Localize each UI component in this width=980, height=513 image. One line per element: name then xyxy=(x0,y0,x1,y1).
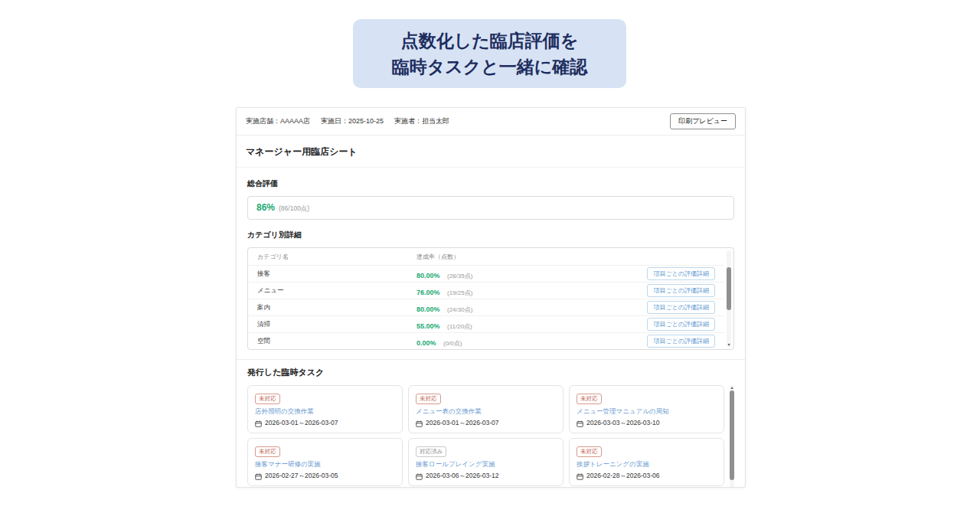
task-card[interactable]: 未対応 挨拶トレーニングの実施 2026-02-28～2026-03-06 xyxy=(569,438,724,486)
meta-date: 実施日：2025-10-25 xyxy=(321,116,384,126)
category-points: (24/30点) xyxy=(447,306,472,313)
calendar-icon xyxy=(577,420,583,427)
item-evaluation-detail-button[interactable]: 項目ごとの評価詳細 xyxy=(647,284,715,297)
tasks-area: 未対応 店外照明の交換作業 2026-03-01～2026-03-07 未対応 … xyxy=(247,385,734,488)
category-rate: 0.00% xyxy=(416,339,436,347)
category-row: 清掃 55.00% (11/20点) 項目ごとの評価詳細 xyxy=(248,315,724,332)
task-card[interactable]: 未対応 メニュー管理マニュアルの周知 2026-03-03～2026-03-10 xyxy=(569,385,724,433)
overall-percent: 86% xyxy=(256,202,275,213)
task-period-text: 2026-03-01～2026-03-07 xyxy=(265,419,338,428)
task-title-link[interactable]: メニュー表の交換作業 xyxy=(416,407,556,417)
calendar-icon xyxy=(255,473,262,480)
task-period-text: 2026-03-03～2026-03-10 xyxy=(586,419,659,428)
category-scrollbar[interactable]: ▾ xyxy=(727,250,731,347)
callout-line-2: 臨時タスクと一緒に確認 xyxy=(392,54,588,80)
calendar-icon xyxy=(577,473,583,480)
category-name: 空間 xyxy=(257,337,416,346)
print-preview-button[interactable]: 印刷プレビュー xyxy=(670,113,736,129)
calendar-icon xyxy=(416,420,423,427)
task-period: 2026-03-03～2026-03-10 xyxy=(577,419,717,428)
task-period-text: 2026-03-06～2026-03-12 xyxy=(426,472,498,481)
tasks-grid: 未対応 店外照明の交換作業 2026-03-01～2026-03-07 未対応 … xyxy=(247,385,724,488)
category-rate-cell: 0.00% (0/0点) xyxy=(416,335,647,348)
scrollbar-thumb[interactable] xyxy=(727,267,731,310)
category-table-header: カテゴリ名 達成率（点数） xyxy=(248,248,724,265)
meta-person: 実施者：担当太郎 xyxy=(394,116,449,126)
category-name: 清掃 xyxy=(257,320,416,329)
category-detail-section: カテゴリ別詳細 カテゴリ名 達成率（点数） 接客 80.00% (28/35点)… xyxy=(237,220,745,350)
task-title-link[interactable]: 接客マナー研修の実施 xyxy=(255,460,395,469)
task-period: 2026-03-06～2026-03-12 xyxy=(416,472,556,481)
sheet-meta-header: 実施店舗：AAAAA店 実施日：2025-10-25 実施者：担当太郎 印刷プレ… xyxy=(237,108,745,136)
task-card[interactable]: 未対応 接客マナー研修の実施 2026-02-27～2026-03-05 xyxy=(247,438,403,486)
category-rate: 80.00% xyxy=(416,306,440,313)
chevron-down-icon[interactable]: ▾ xyxy=(727,342,731,347)
item-evaluation-detail-button[interactable]: 項目ごとの評価詳細 xyxy=(647,267,715,280)
overall-score-box: 86% (86/100点) xyxy=(247,196,734,220)
page: 点数化した臨店評価を 臨時タスクと一緒に確認 実施店舗：AAAAA店 実施日：2… xyxy=(0,0,980,513)
tasks-heading: 発行した臨時タスク xyxy=(247,367,734,378)
item-evaluation-detail-button[interactable]: 項目ごとの評価詳細 xyxy=(647,301,715,314)
category-name: 接客 xyxy=(257,270,416,279)
category-rate-cell: 55.00% (11/20点) xyxy=(416,318,647,332)
task-status-badge: 未対応 xyxy=(416,394,441,405)
column-category-name: カテゴリ名 xyxy=(257,253,416,261)
category-points: (19/25点) xyxy=(447,289,472,296)
category-points: (0/0点) xyxy=(443,340,462,347)
sheet-meta: 実施店舗：AAAAA店 実施日：2025-10-25 実施者：担当太郎 xyxy=(246,116,449,126)
item-evaluation-detail-button[interactable]: 項目ごとの評価詳細 xyxy=(647,318,715,331)
task-period-text: 2026-02-27～2026-03-05 xyxy=(265,472,338,481)
category-rate-cell: 80.00% (28/35点) xyxy=(416,267,647,281)
category-rate-cell: 76.00% (19/25点) xyxy=(416,284,647,298)
category-points: (11/20点) xyxy=(447,323,472,330)
categories-heading: カテゴリ別詳細 xyxy=(247,230,734,240)
task-period: 2026-03-01～2026-03-07 xyxy=(255,419,395,428)
callout-line-1: 点数化した臨店評価を xyxy=(401,28,579,54)
task-status-badge: 対応済み xyxy=(416,446,446,458)
overall-points: (86/100点) xyxy=(279,204,309,214)
calendar-icon xyxy=(416,473,423,480)
category-rows: 接客 80.00% (28/35点) 項目ごとの評価詳細 メニュー 76.00%… xyxy=(248,265,724,349)
temporary-tasks-section: 発行した臨時タスク 未対応 店外照明の交換作業 2026-03-01～2026-… xyxy=(237,359,745,488)
category-row: 案内 80.00% (24/30点) 項目ごとの評価詳細 xyxy=(248,299,724,315)
task-title-link[interactable]: メニュー管理マニュアルの周知 xyxy=(577,407,717,417)
overall-heading: 総合評価 xyxy=(247,178,734,189)
task-period: 2026-03-01～2026-03-07 xyxy=(416,419,556,428)
category-name: メニュー xyxy=(257,286,416,296)
sheet-title: マネージャー用臨店シート xyxy=(237,136,745,168)
category-rate: 76.00% xyxy=(416,289,440,296)
column-achievement-rate: 達成率（点数） xyxy=(416,253,715,261)
visit-sheet-panel: 実施店舗：AAAAA店 実施日：2025-10-25 実施者：担当太郎 印刷プレ… xyxy=(236,107,746,488)
task-period: 2026-02-27～2026-03-05 xyxy=(255,472,395,481)
task-status-badge: 未対応 xyxy=(255,446,280,458)
category-row: 接客 80.00% (28/35点) 項目ごとの評価詳細 xyxy=(248,265,724,282)
task-title-link[interactable]: 挨拶トレーニングの実施 xyxy=(577,460,717,469)
scrollbar-thumb[interactable] xyxy=(730,390,734,480)
task-title-link[interactable]: 店外照明の交換作業 xyxy=(255,407,395,417)
task-card[interactable]: 対応済み 接客ロールプレイング実施 2026-03-06～2026-03-12 xyxy=(408,438,564,486)
category-row: 空間 0.00% (0/0点) 項目ごとの評価詳細 xyxy=(248,332,724,349)
category-rate-cell: 80.00% (24/30点) xyxy=(416,301,647,315)
task-status-badge: 未対応 xyxy=(255,394,280,405)
calendar-icon xyxy=(255,420,262,427)
category-name: 案内 xyxy=(257,303,416,312)
task-card[interactable]: 未対応 店外照明の交換作業 2026-03-01～2026-03-07 xyxy=(247,385,403,433)
task-status-badge: 未対応 xyxy=(577,446,602,458)
overall-score-section: 総合評価 86% (86/100点) xyxy=(237,168,745,220)
tasks-scrollbar[interactable]: ▴ xyxy=(730,385,734,488)
meta-store: 実施店舗：AAAAA店 xyxy=(246,116,310,126)
category-rate: 80.00% xyxy=(416,272,440,279)
item-evaluation-detail-button[interactable]: 項目ごとの評価詳細 xyxy=(647,335,715,348)
task-title-link[interactable]: 接客ロールプレイング実施 xyxy=(416,460,556,469)
task-card[interactable]: 未対応 メニュー表の交換作業 2026-03-01～2026-03-07 xyxy=(408,385,564,433)
task-period: 2026-02-28～2026-03-06 xyxy=(577,472,717,481)
task-status-badge: 未対応 xyxy=(577,394,602,405)
category-table: カテゴリ名 達成率（点数） 接客 80.00% (28/35点) 項目ごとの評価… xyxy=(247,247,734,350)
task-period-text: 2026-02-28～2026-03-06 xyxy=(586,472,659,481)
task-period-text: 2026-03-01～2026-03-07 xyxy=(426,419,498,428)
category-rate: 55.00% xyxy=(416,322,440,330)
annotation-callout: 点数化した臨店評価を 臨時タスクと一緒に確認 xyxy=(353,19,626,88)
category-points: (28/35点) xyxy=(447,273,472,279)
category-row: メニュー 76.00% (19/25点) 項目ごとの評価詳細 xyxy=(248,282,724,299)
chevron-up-icon[interactable]: ▴ xyxy=(730,385,734,390)
